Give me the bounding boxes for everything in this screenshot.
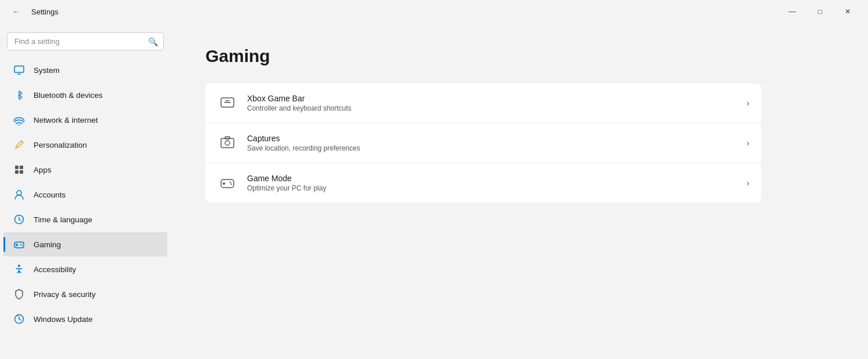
svg-rect-4 (20, 166, 23, 169)
minimize-button[interactable]: — (779, 2, 806, 21)
svg-rect-3 (15, 166, 19, 169)
main-content: Gaming Xbox Game Bar Controller and keyb… (171, 23, 868, 359)
sidebar-item-privacy[interactable]: Privacy & security (3, 282, 167, 306)
svg-point-25 (230, 182, 231, 183)
setting-text-xbox-game-bar: Xbox Game Bar Controller and keyboard sh… (247, 94, 737, 112)
svg-rect-21 (225, 137, 230, 139)
page-title: Gaming (205, 46, 833, 66)
setting-title-xbox-game-bar: Xbox Game Bar (247, 94, 737, 103)
update-icon (13, 313, 25, 325)
gamemode-setting-icon (217, 173, 238, 193)
search-icon: 🔍 (148, 37, 158, 46)
privacy-icon (13, 288, 25, 301)
setting-item-xbox-game-bar[interactable]: Xbox Game Bar Controller and keyboard sh… (205, 83, 761, 123)
close-icon: ✕ (845, 8, 851, 16)
chevron-right-icon: › (746, 138, 749, 148)
search-input[interactable] (7, 32, 164, 50)
setting-desc-game-mode: Optimize your PC for play (247, 184, 737, 192)
sidebar-item-label: Privacy & security (34, 290, 95, 299)
setting-desc-captures: Save location, recording preferences (247, 144, 737, 152)
minimize-icon: — (789, 8, 796, 16)
sidebar-item-label: System (34, 66, 60, 75)
sidebar-item-label: Time & language (34, 215, 93, 224)
maximize-icon: □ (818, 8, 822, 16)
setting-title-game-mode: Game Mode (247, 174, 737, 183)
sidebar-item-accounts[interactable]: Accounts (3, 182, 167, 207)
sidebar-item-apps[interactable]: Apps (3, 157, 167, 182)
svg-point-7 (17, 191, 21, 195)
sidebar-item-time[interactable]: Time & language (3, 207, 167, 232)
svg-point-2 (19, 124, 20, 126)
window-controls: — □ ✕ (779, 2, 861, 21)
capture-setting-icon (217, 133, 238, 153)
svg-rect-5 (15, 170, 19, 174)
sidebar-item-network[interactable]: Network & internet (3, 108, 167, 132)
system-icon (13, 64, 25, 76)
accounts-icon (13, 188, 25, 201)
back-button[interactable]: ← (7, 2, 25, 21)
sidebar-item-label: Accessibility (34, 265, 76, 274)
apps-icon (13, 163, 25, 176)
sidebar-item-label: Windows Update (34, 315, 93, 324)
access-icon (13, 263, 25, 276)
close-button[interactable]: ✕ (834, 2, 861, 21)
sidebar-item-label: Accounts (34, 191, 66, 199)
setting-text-captures: Captures Save location, recording prefer… (247, 134, 737, 152)
settings-list: Xbox Game Bar Controller and keyboard sh… (205, 83, 761, 203)
svg-rect-0 (14, 66, 24, 72)
setting-title-captures: Captures (247, 134, 737, 143)
bt-icon (13, 89, 25, 101)
setting-item-game-mode[interactable]: Game Mode Optimize your PC for play › (205, 163, 761, 203)
sidebar-item-update[interactable]: Windows Update (3, 307, 167, 331)
sidebar-item-personalization[interactable]: Personalization (3, 133, 167, 157)
search-container: 🔍 (7, 32, 164, 50)
chevron-right-icon: › (746, 178, 749, 188)
back-arrow-icon: ← (13, 8, 20, 16)
sidebar-item-bluetooth[interactable]: Bluetooth & devices (3, 83, 167, 107)
svg-point-12 (20, 244, 21, 245)
svg-point-14 (18, 265, 20, 267)
sidebar-item-label: Apps (34, 166, 52, 174)
pen-icon (13, 138, 25, 151)
svg-point-26 (231, 184, 232, 185)
chevron-right-icon: › (746, 98, 749, 108)
maximize-button[interactable]: □ (807, 2, 833, 21)
network-icon (13, 113, 25, 126)
app-title: Settings (31, 8, 58, 16)
setting-desc-xbox-game-bar: Controller and keyboard shortcuts (247, 104, 737, 112)
svg-rect-19 (221, 138, 234, 148)
sidebar-item-gaming[interactable]: Gaming (3, 232, 167, 257)
sidebar-item-label: Personalization (34, 141, 87, 149)
sidebar: 🔍 System Bluetooth & devices Network & i… (0, 23, 171, 359)
sidebar-item-label: Bluetooth & devices (34, 91, 102, 100)
svg-point-20 (225, 141, 230, 145)
sidebar-item-label: Network & internet (34, 116, 98, 124)
sidebar-item-accessibility[interactable]: Accessibility (3, 257, 167, 281)
setting-text-game-mode: Game Mode Optimize your PC for play (247, 174, 737, 192)
setting-item-captures[interactable]: Captures Save location, recording prefer… (205, 123, 761, 163)
time-icon (13, 213, 25, 226)
title-bar-left: ← Settings (7, 2, 779, 21)
gaming-icon (13, 238, 25, 251)
nav-list: System Bluetooth & devices Network & int… (0, 57, 171, 332)
sidebar-item-label: Gaming (34, 240, 61, 249)
svg-point-13 (21, 245, 23, 246)
title-bar: ← Settings — □ ✕ (0, 0, 868, 23)
svg-rect-6 (20, 170, 23, 174)
xbox-setting-icon (217, 93, 238, 113)
app-body: 🔍 System Bluetooth & devices Network & i… (0, 23, 868, 359)
sidebar-item-system[interactable]: System (3, 58, 167, 82)
